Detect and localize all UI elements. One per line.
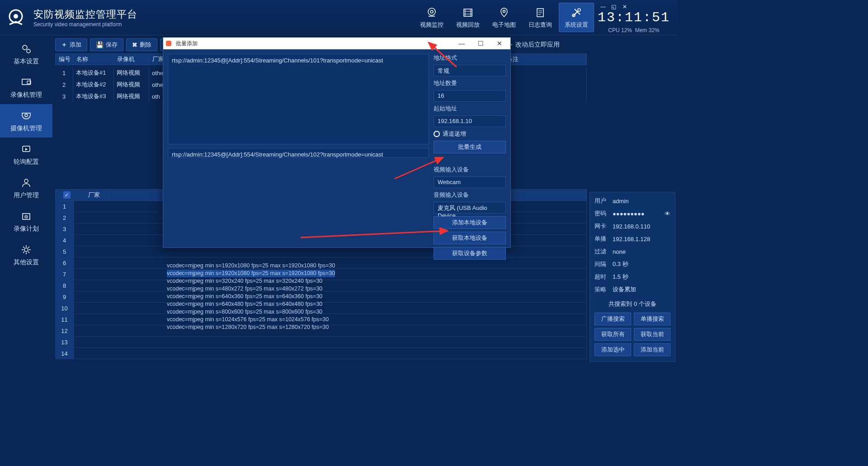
codec-option[interactable]: vcodec=mjpeg min s=640x360 fps=25 max s=… <box>167 293 335 300</box>
audio-input-select[interactable]: 麦克风 (USB Audio Device <box>434 202 506 214</box>
addr-format-label: 地址格式 <box>434 54 506 62</box>
video-input-label: 视频输入设备 <box>434 166 506 174</box>
list-item[interactable]: 13 <box>55 337 587 348</box>
get-device-params-button[interactable]: 获取设备参数 <box>434 247 506 260</box>
camera-icon <box>425 6 438 19</box>
col-id: 编号 <box>56 54 74 65</box>
window-minimize-button[interactable]: — <box>599 4 607 10</box>
nav-video-playback[interactable]: 视频回放 <box>450 3 486 32</box>
lower-col-vendor: 厂家 <box>78 190 110 200</box>
save-button[interactable]: 💾保存 <box>90 38 123 51</box>
svg-point-20 <box>24 248 28 252</box>
start-addr-input[interactable]: 192.168.1.10 <box>434 115 506 127</box>
codec-option[interactable]: vcodec=mjpeg min s=640x480 fps=25 max s=… <box>167 300 335 308</box>
get-all-button[interactable]: 获取所有 <box>594 328 631 341</box>
nav-log-query[interactable]: 日志查询 <box>523 3 558 32</box>
rp-unicast-value[interactable]: 192.168.1.128 <box>613 236 650 243</box>
dialog-maximize-button[interactable]: ☐ <box>472 40 489 47</box>
codec-option[interactable]: vcodec=mjpeg min s=320x240 fps=25 max s=… <box>167 277 335 285</box>
save-icon: 💾 <box>96 41 104 48</box>
rp-policy-value[interactable]: 设备累加 <box>613 285 636 294</box>
log-icon <box>534 6 547 19</box>
sidebar-record-plan[interactable]: 录像计划 <box>0 204 52 238</box>
col-name: 名称 <box>74 54 114 65</box>
add-current-button[interactable]: 添加当前 <box>634 343 670 356</box>
checkbox-icon <box>434 131 440 137</box>
sidebar-other-settings[interactable]: 其他设置 <box>0 238 52 271</box>
nav-electronic-map[interactable]: 电子地图 <box>486 3 522 32</box>
sidebar-user-mgmt[interactable]: 用户管理 <box>0 171 52 204</box>
rp-nic-value[interactable]: 192.168.0.110 <box>613 223 650 230</box>
svg-point-13 <box>25 114 28 117</box>
rp-interval-value[interactable]: 0.3 秒 <box>613 260 628 268</box>
sidebar-polling-config[interactable]: 轮询配置 <box>0 138 52 171</box>
dialog-title: 批量添加 <box>176 40 198 48</box>
rp-filter-value[interactable]: none <box>613 248 626 255</box>
get-local-device-button[interactable]: 获取本地设备 <box>434 232 506 244</box>
app-title: 安防视频监控管理平台 <box>33 8 137 21</box>
rp-pwd-value[interactable]: ●●●●●●●●● <box>613 210 645 217</box>
window-maximize-button[interactable]: ◱ <box>610 4 618 10</box>
codec-list[interactable]: vcodec=mjpeg min s=1920x1080 fps=25 max … <box>163 262 335 330</box>
app-subtitle: Security video management platform <box>33 21 137 28</box>
monitor-icon <box>19 76 33 89</box>
codec-option[interactable]: vcodec=mjpeg min s=480x272 fps=25 max s=… <box>167 285 335 293</box>
unicast-search-button[interactable]: 单播搜索 <box>634 313 670 325</box>
svg-marker-15 <box>25 148 28 151</box>
svg-point-9 <box>23 45 27 50</box>
svg-point-10 <box>27 49 30 53</box>
addr-format-select[interactable]: 常规 <box>434 65 506 76</box>
sidebar-camera-mgmt[interactable]: 摄像机管理 <box>0 104 52 138</box>
rtsp-main-input[interactable]: rtsp://admin:12345@[Addr]:554/Streaming/… <box>168 54 429 144</box>
header-clock: 13:11:51 <box>598 10 670 27</box>
rp-user-value[interactable]: admin <box>613 198 628 204</box>
add-button[interactable]: ＋添加 <box>55 38 87 51</box>
addr-count-input[interactable]: 16 <box>434 90 506 102</box>
mem-usage: Mem 32% <box>635 27 660 33</box>
codec-option[interactable]: vcodec=mjpeg min s=800x600 fps=25 max s=… <box>167 308 335 316</box>
check-icon: ✓ <box>63 191 71 199</box>
codec-option[interactable]: vcodec=mjpeg min s=1920x1080 fps=25 max … <box>167 262 335 270</box>
rtsp-sub-input[interactable]: rtsp://admin:12345@[Addr]:554/Streaming/… <box>168 148 429 158</box>
add-selected-button[interactable]: 添加选中 <box>594 343 631 356</box>
dialog-close-button[interactable]: ✕ <box>491 40 508 47</box>
dialog-minimize-button[interactable]: — <box>453 40 470 47</box>
codec-option[interactable]: vcodec=mjpeg min s=1024x576 fps=25 max s… <box>167 316 335 323</box>
dialog-icon <box>166 41 171 46</box>
rp-policy-label: 策略 <box>594 285 608 294</box>
svg-point-3 <box>430 10 433 13</box>
lower-col-check[interactable]: ✓ <box>56 190 78 200</box>
app-logo-icon <box>5 6 27 29</box>
delete-button[interactable]: ✖删除 <box>126 38 157 51</box>
channel-increment-checkbox[interactable]: 通道递增 <box>434 130 506 138</box>
col-recorder: 录像机 <box>114 54 150 65</box>
addr-count-label: 地址数量 <box>434 79 506 87</box>
rp-timeout-value[interactable]: 1.5 秒 <box>613 273 628 281</box>
batch-generate-button[interactable]: 批量生成 <box>434 141 506 153</box>
camera-dome-icon <box>19 109 33 123</box>
get-current-button[interactable]: 获取当前 <box>634 328 670 341</box>
nav-video-monitor[interactable]: 视频监控 <box>414 3 449 32</box>
broadcast-search-button[interactable]: 广播搜索 <box>594 313 631 325</box>
nav-system-settings[interactable]: 系统设置 <box>559 3 594 32</box>
col-note: 备注 <box>504 54 586 65</box>
film-icon <box>462 6 474 19</box>
sidebar-recorder-mgmt[interactable]: 录像机管理 <box>0 71 52 104</box>
eye-icon[interactable]: 👁 <box>665 210 670 217</box>
video-input-select[interactable]: Webcam <box>434 176 506 188</box>
rp-user-label: 用户 <box>594 197 608 205</box>
svg-point-7 <box>578 9 580 11</box>
add-local-device-button[interactable]: 添加本地设备 <box>434 216 506 229</box>
svg-point-19 <box>26 216 27 217</box>
rp-unicast-label: 单播 <box>594 235 608 243</box>
codec-option[interactable]: vcodec=mjpeg min s=1920x1080 fps=25 max … <box>167 270 335 277</box>
rp-pwd-label: 密码 <box>594 209 608 218</box>
codec-option[interactable]: vcodec=mjpeg min s=1280x720 fps=25 max s… <box>167 323 335 330</box>
list-item[interactable]: 14 <box>55 348 587 359</box>
rp-result-count: 共搜索到 0 个设备 <box>594 300 670 308</box>
window-close-button[interactable]: ✕ <box>621 4 628 10</box>
plus-icon: ＋ <box>61 41 67 49</box>
user-icon <box>19 176 33 190</box>
sidebar-basic-settings[interactable]: 基本设置 <box>0 37 52 71</box>
gear-icon <box>19 243 33 257</box>
